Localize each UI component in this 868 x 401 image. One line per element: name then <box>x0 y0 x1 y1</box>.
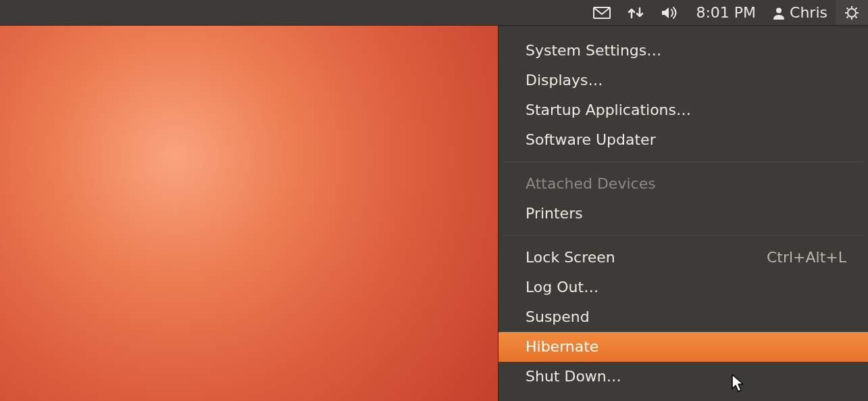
clock-text: 8:01 PM <box>696 4 756 21</box>
menu-item-label: System Settings… <box>526 41 661 61</box>
menu-item-startup-applications[interactable]: Startup Applications… <box>499 95 868 125</box>
menu-item-label: Suspend <box>526 307 590 327</box>
gear-power-icon <box>844 5 860 21</box>
user-indicator[interactable]: Chris <box>764 0 836 25</box>
menu-item-label: Hibernate <box>526 337 598 357</box>
menu-separator <box>503 162 864 162</box>
menu-item-software-updater[interactable]: Software Updater <box>499 125 868 155</box>
menu-item-label: Log Out… <box>526 277 598 298</box>
desktop-wallpaper <box>0 26 498 401</box>
menu-separator <box>503 235 864 236</box>
svg-point-1 <box>776 7 782 13</box>
svg-line-9 <box>847 16 848 18</box>
svg-point-2 <box>848 9 856 17</box>
svg-line-10 <box>855 7 857 9</box>
svg-line-7 <box>847 7 848 9</box>
menu-item-suspend[interactable]: Suspend <box>499 302 868 332</box>
svg-line-8 <box>855 16 857 18</box>
messaging-indicator[interactable] <box>585 0 619 25</box>
menu-item-log-out[interactable]: Log Out… <box>499 273 868 302</box>
menu-item-label: Displays… <box>526 70 603 91</box>
menu-item-lock-screen[interactable]: Lock Screen Ctrl+Alt+L <box>499 243 868 273</box>
menu-item-system-settings[interactable]: System Settings… <box>499 36 868 66</box>
top-panel: 8:01 PM Chris <box>0 0 868 26</box>
menu-item-displays[interactable]: Displays… <box>499 66 868 95</box>
clock-indicator[interactable]: 8:01 PM <box>688 0 764 25</box>
menu-item-shortcut: Ctrl+Alt+L <box>767 247 846 268</box>
user-name: Chris <box>790 4 827 21</box>
menu-item-printers[interactable]: Printers <box>499 199 868 229</box>
sound-indicator[interactable] <box>653 0 688 25</box>
menu-item-label: Lock Screen <box>526 247 615 268</box>
user-icon <box>772 6 786 20</box>
mail-icon <box>593 7 611 19</box>
menu-item-label: Printers <box>526 204 583 224</box>
menu-item-label: Shut Down… <box>526 367 621 387</box>
network-updown-icon <box>627 5 644 20</box>
menu-header-attached-devices: Attached Devices <box>499 169 868 199</box>
volume-icon <box>661 5 680 20</box>
menu-item-label: Software Updater <box>526 130 656 150</box>
menu-header-label: Attached Devices <box>526 175 656 192</box>
menu-item-label: Startup Applications… <box>526 100 691 120</box>
session-indicator[interactable] <box>836 0 868 25</box>
network-indicator[interactable] <box>619 0 653 25</box>
menu-item-hibernate[interactable]: Hibernate <box>499 332 868 362</box>
session-menu: System Settings… Displays… Startup Appli… <box>498 26 868 401</box>
menu-item-shut-down[interactable]: Shut Down… <box>499 362 868 392</box>
